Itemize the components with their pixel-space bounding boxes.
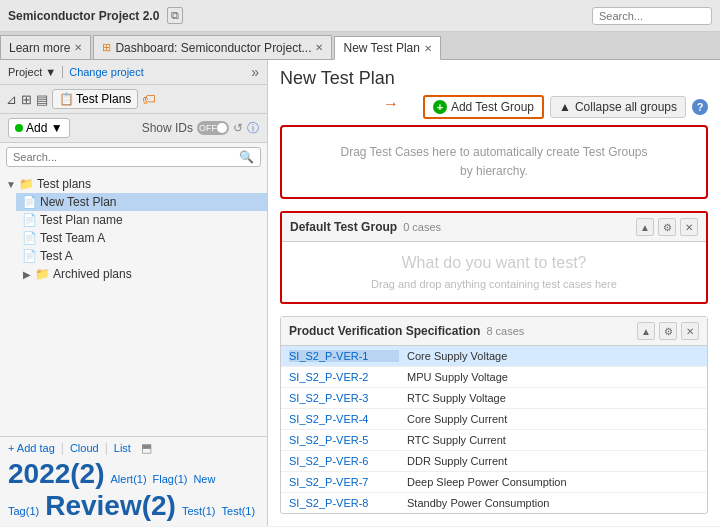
divider: | (61, 441, 64, 455)
project-header: Project ▼ Change project » (0, 60, 267, 85)
pv-collapse-btn[interactable]: ▲ (637, 322, 655, 340)
group-collapse-btn[interactable]: ▲ (636, 218, 654, 236)
default-group-header: Default Test Group 0 cases ▲ ⚙ ✕ (282, 213, 706, 242)
cloud-link[interactable]: Cloud (70, 442, 99, 454)
toggle-switch[interactable]: OFF (197, 121, 229, 135)
show-ids-toggle: Show IDs OFF ↺ ⓘ (142, 120, 259, 137)
pv-close-btn[interactable]: ✕ (681, 322, 699, 340)
test-case-row[interactable]: SI_S2_P-VER-5RTC Supply Current (281, 430, 707, 451)
info-icon[interactable]: ⓘ (247, 120, 259, 137)
tree-root[interactable]: ▼ 📁 Test plans (0, 175, 267, 193)
add-button[interactable]: Add ▼ (8, 118, 70, 138)
tab-close-dashboard[interactable]: ✕ (315, 42, 323, 53)
help-button[interactable]: ? (692, 99, 708, 115)
tag-test-count[interactable]: Test(1) (222, 505, 256, 517)
test-case-row[interactable]: SI_S2_P-VER-3RTC Supply Voltage (281, 388, 707, 409)
tree: ▼ 📁 Test plans 📄 New Test Plan 📄 Test Pl… (0, 171, 267, 436)
app-title: Semiconductor Project 2.0 (8, 9, 159, 23)
test-case-id[interactable]: SI_S2_P-VER-3 (289, 392, 399, 404)
drop-zone: Drag Test Cases here to automatically cr… (280, 125, 708, 199)
collapse-panel-btn[interactable]: » (251, 64, 259, 80)
group-settings-btn[interactable]: ⚙ (658, 218, 676, 236)
change-project-link[interactable]: Change project (69, 66, 144, 78)
test-case-row[interactable]: SI_S2_P-VER-4Core Supply Current (281, 409, 707, 430)
tab-label: Dashboard: Semiconductor Project... (115, 41, 311, 55)
export-icon[interactable]: ⬒ (141, 441, 152, 455)
pv-group-count: 8 cases (486, 325, 524, 337)
add-row: Add ▼ Show IDs OFF ↺ ⓘ (0, 114, 267, 143)
main-content: Drag Test Cases here to automatically cr… (268, 125, 720, 526)
add-label: Add ▼ (26, 121, 63, 135)
tag-flag[interactable]: Flag(1) (153, 473, 188, 485)
doc-icon: 📄 (22, 249, 37, 263)
test-case-name: Deep Sleep Power Consumption (407, 476, 567, 488)
tree-item-test-plan-name[interactable]: 📄 Test Plan name (16, 211, 267, 229)
tab-bar: Learn more ✕ ⊞ Dashboard: Semiconductor … (0, 32, 720, 60)
test-case-row[interactable]: SI_S2_P-VER-8Standby Power Consumption (281, 493, 707, 513)
tree-expand-icon: ▼ (6, 179, 16, 189)
test-case-row[interactable]: SI_S2_P-VER-1Core Supply Voltage (281, 346, 707, 367)
add-test-group-button[interactable]: + Add Test Group (423, 95, 544, 119)
test-case-row[interactable]: SI_S2_P-VER-6DDR Supply Current (281, 451, 707, 472)
content-area: Project ▼ Change project » ⊿ ⊞ ▤ 📋 Add ▼… (0, 60, 720, 526)
tag-alert[interactable]: Alert(1) (111, 473, 147, 485)
tab-close-new-test-plan[interactable]: ✕ (424, 43, 432, 54)
test-case-row[interactable]: SI_S2_P-VER-2MPU Supply Voltage (281, 367, 707, 388)
drop-zone-line1: Drag Test Cases here to automatically cr… (298, 143, 690, 162)
test-case-id[interactable]: SI_S2_P-VER-5 (289, 434, 399, 446)
left-toolbar: ⊿ ⊞ ▤ 📋 Add ▼ Test Plans 🏷 (0, 85, 267, 114)
test-case-id[interactable]: SI_S2_P-VER-1 (289, 350, 399, 362)
test-case-name: RTC Supply Current (407, 434, 506, 446)
left-search-input[interactable] (13, 151, 239, 163)
test-case-id[interactable]: SI_S2_P-VER-6 (289, 455, 399, 467)
tree-item-test-a[interactable]: 📄 Test A (16, 247, 267, 265)
tree-item-new-test-plan[interactable]: 📄 New Test Plan (16, 193, 267, 211)
collapse-all-button[interactable]: ▲ Collapse all groups (550, 96, 686, 118)
pv-cases-list: SI_S2_P-VER-1Core Supply VoltageSI_S2_P-… (281, 346, 707, 513)
drop-zone-line2: by hierarchy. (298, 162, 690, 181)
tree-item-archived-plans[interactable]: ▶ 📁 Archived plans (16, 265, 267, 283)
test-case-id[interactable]: SI_S2_P-VER-8 (289, 497, 399, 509)
test-case-name: MPU Supply Voltage (407, 371, 508, 383)
test-plans-btn[interactable]: 📋 Add ▼ Test Plans (52, 89, 138, 109)
global-search-input[interactable] (592, 7, 712, 25)
left-search-box[interactable]: 🔍 (6, 147, 261, 167)
tree-item-test-team-a[interactable]: 📄 Test Team A (16, 229, 267, 247)
tab-close-learn-more[interactable]: ✕ (74, 42, 82, 53)
page-title-area: New Test Plan (268, 60, 720, 89)
tag-test[interactable]: Test(1) (182, 505, 216, 517)
refresh-icon[interactable]: ↺ (233, 121, 243, 135)
group-close-btn[interactable]: ✕ (680, 218, 698, 236)
tag-2022[interactable]: 2022(2) (8, 458, 105, 490)
group-hint-text: Drag and drop anything containing test c… (294, 278, 694, 290)
folder-icon: 📁 (35, 267, 50, 281)
window-icon[interactable]: ⧉ (167, 7, 183, 24)
tag-new[interactable]: New (193, 473, 215, 485)
pv-settings-btn[interactable]: ⚙ (659, 322, 677, 340)
default-test-group: Default Test Group 0 cases ▲ ⚙ ✕ What do… (280, 211, 708, 304)
doc-icon: 📄 (22, 231, 37, 245)
toggle-off-label: OFF (199, 123, 217, 133)
list-link[interactable]: List (114, 442, 131, 454)
tag-icon: 🏷 (142, 91, 156, 107)
tag-review[interactable]: Review(2) (45, 490, 176, 522)
test-case-row[interactable]: SI_S2_P-VER-7Deep Sleep Power Consumptio… (281, 472, 707, 493)
dashboard-icon: ⊞ (102, 41, 111, 54)
test-case-id[interactable]: SI_S2_P-VER-4 (289, 413, 399, 425)
test-case-id[interactable]: SI_S2_P-VER-2 (289, 371, 399, 383)
doc-icon: 📄 (22, 195, 37, 209)
search-icon: 🔍 (239, 150, 254, 164)
pv-controls: ▲ ⚙ ✕ (637, 322, 699, 340)
left-panel: Project ▼ Change project » ⊿ ⊞ ▤ 📋 Add ▼… (0, 60, 268, 526)
test-case-id[interactable]: SI_S2_P-VER-7 (289, 476, 399, 488)
add-tag-link[interactable]: + Add tag (8, 442, 55, 454)
tree-children: 📄 New Test Plan 📄 Test Plan name 📄 Test … (0, 193, 267, 283)
add-test-group-label: Add Test Group (451, 100, 534, 114)
tab-new-test-plan[interactable]: New Test Plan ✕ (334, 36, 440, 60)
add-dot-icon (15, 124, 23, 132)
project-menu[interactable]: Project ▼ (8, 66, 63, 78)
tag-tag[interactable]: Tag(1) (8, 505, 39, 517)
tab-learn-more[interactable]: Learn more ✕ (0, 35, 91, 59)
tab-dashboard[interactable]: ⊞ Dashboard: Semiconductor Project... ✕ (93, 35, 332, 59)
tree-item-label: New Test Plan (40, 195, 116, 209)
